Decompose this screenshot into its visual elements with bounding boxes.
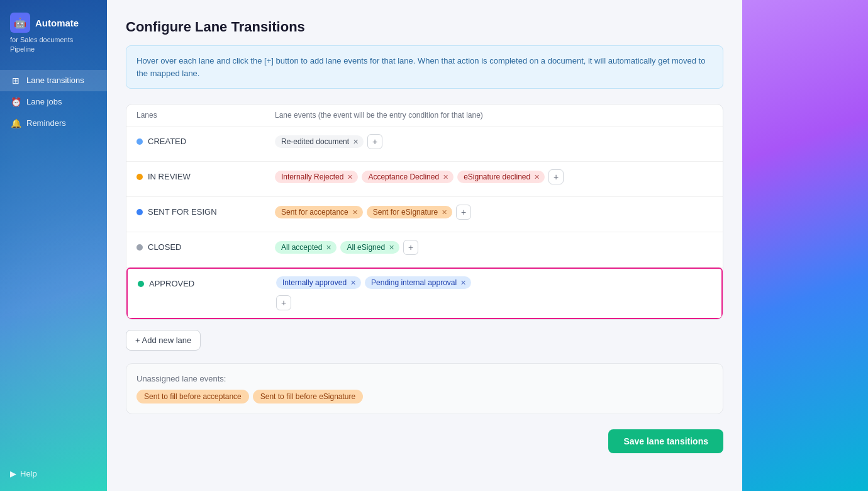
remove-tag-icon[interactable]: ✕ <box>460 279 466 287</box>
event-tag[interactable]: Sent for eSignature ✕ <box>367 206 452 218</box>
robot-icon: 🤖 <box>14 17 26 29</box>
lane-dot-approved <box>138 281 144 287</box>
lane-events-in-review: Internally Rejected ✕ Acceptance Decline… <box>275 169 713 184</box>
lane-name-in-review: IN REVIEW <box>136 169 275 181</box>
unassigned-tag: Sent to fill before eSignature <box>253 390 363 404</box>
remove-tag-icon[interactable]: ✕ <box>534 173 540 181</box>
lanes-column-header: Lanes <box>136 111 275 120</box>
add-event-button[interactable]: + <box>548 169 564 184</box>
lane-name-approved: APPROVED <box>138 276 276 288</box>
add-event-button[interactable]: + <box>367 134 382 149</box>
brand: 🤖 Automate <box>0 13 107 35</box>
event-tag[interactable]: Sent for acceptance ✕ <box>275 206 363 218</box>
lane-name-created: CREATED <box>136 134 275 146</box>
lane-dot-sent-for-esign <box>136 209 143 215</box>
clock-icon: ⏰ <box>10 97 21 107</box>
lane-name-sent-for-esign: SENT FOR ESIGN <box>136 205 275 217</box>
lane-dot-closed <box>136 244 143 251</box>
sidebar: 🤖 Automate for Sales documents Pipeline … <box>0 0 107 491</box>
event-tag[interactable]: Pending internal approval ✕ <box>365 276 471 289</box>
sidebar-subtitle: for Sales documents Pipeline <box>0 35 107 55</box>
remove-tag-icon[interactable]: ✕ <box>353 138 359 146</box>
sidebar-item-label: Lane jobs <box>26 97 62 106</box>
event-tag[interactable]: Internally Rejected ✕ <box>275 171 358 183</box>
bell-icon: 🔔 <box>10 118 21 128</box>
event-tag[interactable]: Internally approved ✕ <box>276 276 361 289</box>
add-event-button[interactable]: + <box>403 240 418 255</box>
lane-row-sent-for-esign: SENT FOR ESIGN Sent for acceptance ✕ Sen… <box>126 197 723 232</box>
remove-tag-icon[interactable]: ✕ <box>352 208 358 217</box>
right-panel <box>742 0 868 491</box>
unassigned-tags: Sent to fill before acceptance Sent to f… <box>136 390 713 404</box>
sidebar-item-lane-jobs[interactable]: ⏰ Lane jobs <box>0 91 107 113</box>
add-event-button[interactable]: + <box>276 295 291 310</box>
lane-dot-in-review <box>136 174 143 180</box>
unassigned-section: Unassigned lane events: Sent to fill bef… <box>126 363 723 414</box>
lane-dot-created <box>136 138 143 145</box>
lanes-container: Lanes Lane events (the event will be the… <box>126 104 723 320</box>
remove-tag-icon[interactable]: ✕ <box>326 244 331 252</box>
lanes-icon: ⊞ <box>10 76 21 86</box>
info-banner: Hover over each lane and click the [+] b… <box>126 45 723 89</box>
lane-row-approved: APPROVED Internally approved ✕ Pending i… <box>126 268 723 319</box>
remove-tag-icon[interactable]: ✕ <box>389 244 394 252</box>
lane-events-sent-for-esign: Sent for acceptance ✕ Sent for eSignatur… <box>275 205 713 220</box>
events-column-header: Lane events (the event will be the entry… <box>275 111 713 120</box>
remove-tag-icon[interactable]: ✕ <box>443 173 448 181</box>
lane-row-in-review: IN REVIEW Internally Rejected ✕ Acceptan… <box>126 162 723 197</box>
event-tag[interactable]: All eSigned ✕ <box>340 241 399 254</box>
help-icon: ▶ <box>10 469 16 478</box>
event-tag[interactable]: All accepted ✕ <box>275 241 337 254</box>
event-tag[interactable]: Re-edited document ✕ <box>275 135 364 148</box>
lane-row-closed: CLOSED All accepted ✕ All eSigned ✕ + <box>126 232 723 268</box>
lanes-header: Lanes Lane events (the event will be the… <box>126 104 723 127</box>
add-lane-button[interactable]: + Add new lane <box>126 330 201 351</box>
main-content: Configure Lane Transitions Hover over ea… <box>107 0 742 491</box>
remove-tag-icon[interactable]: ✕ <box>442 208 447 217</box>
page-title: Configure Lane Transitions <box>126 19 723 35</box>
help-link[interactable]: ▶ Help <box>0 469 107 478</box>
remove-tag-icon[interactable]: ✕ <box>350 279 356 287</box>
event-tag[interactable]: Acceptance Declined ✕ <box>362 171 453 183</box>
sidebar-nav: ⊞ Lane transitions ⏰ Lane jobs 🔔 Reminde… <box>0 70 107 134</box>
brand-title: Automate <box>35 18 79 28</box>
remove-tag-icon[interactable]: ✕ <box>347 173 353 181</box>
add-event-button[interactable]: + <box>456 205 471 220</box>
lane-events-closed: All accepted ✕ All eSigned ✕ + <box>275 240 713 255</box>
sidebar-item-reminders[interactable]: 🔔 Reminders <box>0 113 107 134</box>
lane-events-created: Re-edited document ✕ + <box>275 134 713 149</box>
unassigned-title: Unassigned lane events: <box>136 374 713 383</box>
lane-row-created: CREATED Re-edited document ✕ + <box>126 127 723 162</box>
lane-name-closed: CLOSED <box>136 240 275 252</box>
sidebar-item-lane-transitions[interactable]: ⊞ Lane transitions <box>0 70 107 91</box>
save-button[interactable]: Save lane tansitions <box>608 429 723 453</box>
event-tag[interactable]: eSignature declined ✕ <box>457 171 545 183</box>
sidebar-item-label: Reminders <box>26 118 66 128</box>
brand-icon: 🤖 <box>10 13 30 33</box>
lane-events-approved: Internally approved ✕ Pending internal a… <box>276 276 711 310</box>
sidebar-item-label: Lane transitions <box>26 76 84 85</box>
unassigned-tag: Sent to fill before acceptance <box>136 390 249 404</box>
